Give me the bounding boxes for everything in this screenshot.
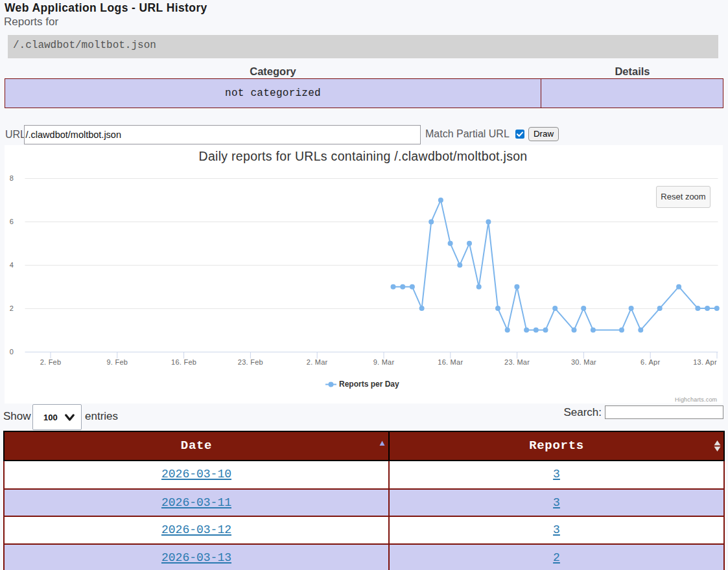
svg-text:6. Apr: 6. Apr <box>640 358 660 366</box>
svg-text:4: 4 <box>10 261 14 269</box>
svg-text:0: 0 <box>10 348 14 356</box>
svg-text:23. Feb: 23. Feb <box>238 358 263 366</box>
svg-text:8: 8 <box>10 174 14 182</box>
svg-text:9. Feb: 9. Feb <box>106 358 128 366</box>
svg-text:30. Mar: 30. Mar <box>571 358 596 366</box>
svg-text:16. Feb: 16. Feb <box>171 358 196 366</box>
svg-text:13. Apr: 13. Apr <box>693 358 717 366</box>
svg-text:6: 6 <box>10 218 14 225</box>
svg-text:9. Mar: 9. Mar <box>373 358 395 366</box>
svg-text:2. Mar: 2. Mar <box>307 358 328 366</box>
svg-text:2. Feb: 2. Feb <box>40 358 62 366</box>
svg-text:2: 2 <box>10 304 14 312</box>
svg-text:16. Mar: 16. Mar <box>438 358 463 366</box>
svg-text:23. Mar: 23. Mar <box>504 358 530 366</box>
